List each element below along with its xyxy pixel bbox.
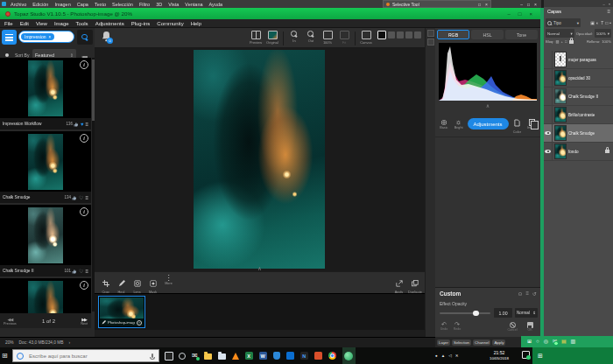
panel-menu-icon[interactable]: ≡: [607, 9, 610, 14]
start-button[interactable]: ⊞: [2, 352, 8, 360]
apply-button[interactable]: Apply: [392, 275, 405, 294]
app-icon[interactable]: [314, 352, 322, 360]
layer-row[interactable]: Brillo/contraste: [544, 106, 613, 124]
collapse-chevron-icon[interactable]: ∧: [257, 265, 261, 271]
layer-row[interactable]: opacidad 30: [544, 69, 613, 88]
effect-opacity-slider[interactable]: [440, 312, 490, 314]
view-mode-single-icon[interactable]: [377, 31, 386, 39]
visibility-toggle[interactable]: [544, 124, 553, 142]
grid-icon[interactable]: ⊞: [538, 353, 543, 360]
tab-hsl[interactable]: HSL: [471, 30, 504, 39]
volume-icon[interactable]: ◁: [448, 354, 451, 358]
visibility-toggle[interactable]: [544, 143, 553, 160]
tab-rgb[interactable]: RGB: [437, 30, 469, 39]
filter-shape-icon[interactable]: □: [605, 18, 608, 27]
lock-transparency-icon[interactable]: ▨: [556, 39, 560, 44]
opacity-select[interactable]: 100% ▾: [595, 29, 611, 38]
view-mode-icon[interactable]: [397, 32, 404, 38]
menu-community[interactable]: Community: [157, 21, 183, 26]
info-icon[interactable]: i: [80, 60, 88, 69]
active-app[interactable]: [342, 347, 356, 364]
lock-artboard-icon[interactable]: □: [565, 39, 567, 44]
next-page-button[interactable]: ▶▶ Next: [81, 317, 88, 326]
grid-icon[interactable]: ⊞: [527, 339, 532, 345]
visibility-toggle[interactable]: [544, 51, 553, 68]
blend-mode-select[interactable]: Normal ▾: [546, 29, 574, 38]
opacity-value[interactable]: 1.00: [494, 308, 512, 318]
selective-tool-window[interactable]: Selective Tool □ ×: [383, 0, 491, 8]
duplicate-button[interactable]: Duplicate: [408, 275, 421, 294]
menu-plugins[interactable]: Plug-ins: [131, 21, 151, 26]
blend-mode-select[interactable]: Normal ⇕: [515, 308, 538, 318]
preset-card[interactable]: i Impression Workflow 136 ♥ ≡: [0, 58, 91, 130]
close-icon[interactable]: ×: [534, 2, 537, 7]
thumbs-up-icon[interactable]: [72, 269, 77, 274]
status-arrow-icon[interactable]: ›: [69, 340, 71, 345]
canvas-button[interactable]: Canvas: [358, 30, 374, 45]
tray-up-icon[interactable]: ▲: [441, 354, 445, 358]
maximize-icon[interactable]: □: [518, 11, 522, 17]
dock-toggle-icon[interactable]: [427, 38, 434, 46]
lock-position-icon[interactable]: +: [561, 39, 563, 44]
close-icon[interactable]: ×: [529, 11, 532, 17]
thumbs-up-icon[interactable]: [74, 122, 79, 127]
info-icon[interactable]: i: [80, 207, 88, 216]
lock-all-icon[interactable]: [569, 40, 574, 44]
menu-tools[interactable]: Tools: [76, 21, 88, 26]
layer-button[interactable]: Layer: [437, 340, 450, 346]
collapse-chevron-icon[interactable]: ∧: [486, 102, 490, 108]
info-icon[interactable]: i: [80, 281, 88, 290]
close-icon[interactable]: ×: [485, 2, 488, 7]
mail-app-icon[interactable]: ✉: [192, 353, 198, 360]
minimize-icon[interactable]: –: [508, 11, 511, 17]
menu-icon[interactable]: ≡: [525, 290, 529, 297]
menu-imagen[interactable]: Imagen: [54, 2, 70, 7]
channel-button[interactable]: Channel: [473, 340, 490, 346]
visibility-toggle[interactable]: [544, 88, 553, 105]
tray-icon[interactable]: ✕: [455, 354, 459, 358]
search-tag[interactable]: Impression ×: [21, 33, 54, 40]
favorite-icon[interactable]: ♡: [79, 194, 83, 200]
menu-ventana[interactable]: Ventana: [185, 2, 202, 7]
adjustments-button[interactable]: Adjustments: [468, 118, 509, 130]
file-explorer-icon[interactable]: [204, 354, 212, 360]
search-button[interactable]: [77, 30, 93, 45]
layer-row-selected[interactable]: Chalk Smudge: [544, 124, 613, 143]
favorite-icon[interactable]: ♡: [79, 268, 83, 274]
target-icon[interactable]: ◎: [544, 339, 548, 345]
fit-button[interactable]: Fit: [336, 30, 352, 45]
selection-button[interactable]: Selection: [452, 340, 471, 346]
layer-row[interactable]: Chalk Smudge II: [544, 88, 613, 106]
app-icon[interactable]: [286, 352, 294, 360]
menu-texto[interactable]: Texto: [95, 2, 106, 7]
undo-button[interactable]: ↶ Undo: [439, 321, 449, 331]
crop-tool[interactable]: Crop: [99, 275, 112, 294]
mask-tool[interactable]: Mask: [146, 275, 159, 294]
layer-filter-select[interactable]: Tipo ▾: [546, 18, 581, 27]
word-icon[interactable]: W: [259, 352, 267, 360]
layer-row[interactable]: mujer paraguas: [544, 51, 613, 69]
minimize-icon[interactable]: –: [520, 2, 523, 7]
layer-row[interactable]: fondo: [544, 143, 613, 161]
microphone-icon[interactable]: [151, 354, 154, 358]
maximize-icon[interactable]: □: [527, 2, 530, 7]
menu-vista[interactable]: Vista: [168, 2, 179, 7]
mail-icon[interactable]: ✉: [553, 339, 557, 345]
color-button[interactable]: Color: [511, 115, 524, 134]
view-mode-icon[interactable]: [388, 32, 395, 38]
maximize-icon[interactable]: □: [478, 2, 481, 7]
search-input[interactable]: Impression ×: [18, 31, 74, 43]
menu-3d[interactable]: 3D: [156, 2, 162, 7]
preview-button[interactable]: Preview: [248, 30, 264, 45]
reset-icon[interactable]: ↺: [532, 290, 537, 297]
filter-pixel-icon[interactable]: ▣: [590, 18, 595, 27]
menu-edicion[interactable]: Edición: [32, 2, 48, 7]
view-mode-icon[interactable]: [414, 32, 421, 38]
canvas-area[interactable]: ∧: [95, 48, 425, 271]
previous-page-button[interactable]: ◀◀ Previous: [4, 317, 17, 326]
menu-adjustments[interactable]: Adjustments: [95, 21, 124, 26]
vlc-icon[interactable]: [232, 353, 239, 360]
menu-image[interactable]: Image: [54, 21, 69, 26]
menu-seleccion[interactable]: Selección: [112, 2, 133, 7]
visibility-toggle[interactable]: [544, 106, 553, 123]
